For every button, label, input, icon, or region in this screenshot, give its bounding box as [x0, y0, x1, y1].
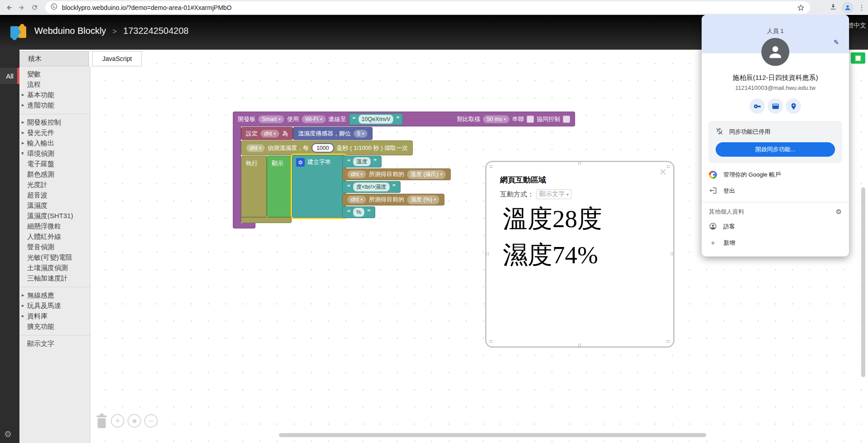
back-icon[interactable]: [3, 1, 15, 14]
board-block-spine[interactable]: [233, 126, 241, 223]
interval-number-block[interactable]: 1000: [311, 143, 334, 153]
sign-out-item[interactable]: 登出: [702, 183, 849, 199]
resize-grip[interactable]: [578, 161, 582, 165]
variable-dropdown[interactable]: dht: [260, 130, 279, 138]
tab-blocks[interactable]: 積木: [19, 51, 89, 66]
payments-card-icon[interactable]: [768, 98, 783, 114]
resize-grip[interactable]: [578, 343, 582, 347]
bookmark-star-icon[interactable]: [797, 4, 805, 13]
dht-sensor-block[interactable]: 溫濕度傳感器，腳位 5: [293, 127, 373, 140]
serial-checkbox[interactable]: [527, 116, 534, 123]
horizontal-scrollbar[interactable]: [279, 433, 706, 437]
forward-icon[interactable]: [15, 1, 28, 14]
category-flow[interactable]: 流程: [19, 79, 90, 90]
toolbox-tab-all[interactable]: All: [0, 68, 19, 84]
tab-javascript[interactable]: JavaScript: [92, 51, 142, 66]
category-photoresistor[interactable]: 光敏(可變)電阻: [19, 252, 90, 263]
guest-profile-item[interactable]: 訪客: [702, 219, 849, 235]
edit-pencil-icon[interactable]: ✎: [833, 38, 839, 47]
string-field[interactable]: 度<br/>濕度: [353, 182, 390, 191]
category-basic[interactable]: 基本功能: [19, 90, 90, 100]
board-block-bottom[interactable]: [233, 223, 255, 228]
category-database[interactable]: 資料庫: [19, 311, 90, 322]
category-ultrasonic[interactable]: 超音波: [19, 190, 90, 201]
connection-dropdown[interactable]: Wi-Fi: [302, 115, 326, 123]
string-field[interactable]: %: [353, 208, 364, 217]
measure-type-dropdown[interactable]: 溫度 (攝氏): [407, 170, 446, 179]
vertical-scrollbar[interactable]: [861, 187, 865, 377]
mutator-gear-icon[interactable]: ⚙: [296, 158, 305, 167]
measure-type-dropdown[interactable]: 濕度 (%): [407, 195, 439, 205]
category-extensions[interactable]: 擴充功能: [19, 322, 90, 332]
category-sht31[interactable]: 溫濕度(SHT31): [19, 211, 90, 221]
interaction-mode-select[interactable]: 顯示文字: [537, 189, 571, 199]
device-id-field[interactable]: 10QeXmvV: [359, 115, 394, 124]
dht-dropdown[interactable]: dht: [246, 144, 265, 152]
url-text[interactable]: blocklypro.webduino.io/?demo=demo-area-0…: [62, 4, 231, 11]
string-block-percent[interactable]: “ % ”: [342, 206, 375, 218]
board-block[interactable]: 開發板 Smart 使用 Wi-Fi 連線至 “ 10QeXmvV ” 類比取樣…: [233, 112, 575, 126]
dht-detect-block[interactable]: dht 偵測溫濕度，每 1000 毫秒 ( 1/1000 秒 ) 擷取一次: [241, 140, 413, 155]
create-string-block[interactable]: ⚙ 建立字串: [292, 155, 345, 218]
category-wireless[interactable]: 無線感應: [19, 290, 90, 301]
string-block-temp-label[interactable]: “ 溫度 ”: [342, 156, 382, 168]
reload-icon[interactable]: [28, 1, 41, 14]
resize-grip[interactable]: [489, 165, 493, 169]
category-color-sensor[interactable]: 顏色感測: [19, 169, 90, 180]
category-pm25[interactable]: 細懸浮微粒: [19, 221, 90, 232]
category-accelerometer[interactable]: 三軸加速度計: [19, 273, 90, 284]
download-icon[interactable]: [829, 3, 837, 13]
trash-icon[interactable]: [96, 414, 108, 430]
enable-sync-button[interactable]: 開啟同步功能...: [716, 142, 835, 157]
browser-menu-icon[interactable]: ⋮: [858, 4, 865, 11]
close-icon[interactable]: ✕: [659, 167, 667, 177]
browser-profile-avatar[interactable]: [842, 2, 854, 14]
resize-grip[interactable]: [666, 340, 670, 344]
category-show-text[interactable]: 顯示文字: [19, 339, 90, 349]
document-title[interactable]: 1732242504208: [123, 26, 189, 36]
passwords-key-icon[interactable]: [750, 98, 765, 114]
sample-rate-dropdown[interactable]: 50 ms: [483, 115, 509, 123]
dht-dropdown[interactable]: dht: [347, 170, 366, 178]
category-io[interactable]: 輸入輸出: [19, 138, 90, 149]
category-advanced[interactable]: 進階功能: [19, 100, 90, 111]
category-environment[interactable]: 環境偵測: [19, 149, 90, 159]
settings-gear-icon[interactable]: ⚙: [4, 429, 12, 439]
zoom-reset-button[interactable]: [127, 414, 141, 428]
string-field[interactable]: 溫度: [353, 157, 371, 166]
set-variable-block[interactable]: 設定 dht 為: [241, 127, 293, 140]
category-board-control[interactable]: 開發板控制: [19, 117, 90, 128]
category-variables[interactable]: 變數: [19, 69, 90, 79]
profiles-settings-gear-icon[interactable]: ⚙: [836, 208, 842, 216]
resize-grip[interactable]: [486, 252, 490, 256]
zoom-out-button[interactable]: −: [144, 414, 158, 428]
co-control-checkbox[interactable]: [563, 116, 570, 123]
device-id-string-block[interactable]: “ 10QeXmvV ”: [349, 113, 403, 125]
string-block-degree-humidity[interactable]: “ 度<br/>濕度 ”: [342, 181, 401, 193]
add-profile-item[interactable]: ＋ 新增: [702, 235, 849, 251]
dht-value-block-humidity[interactable]: dht 所測得目前的 濕度 (%): [342, 194, 444, 205]
url-bar[interactable]: blocklypro.webduino.io/?demo=demo-area-0…: [45, 1, 810, 14]
site-info-icon[interactable]: [51, 3, 57, 12]
category-toys-motors[interactable]: 玩具及馬達: [19, 301, 90, 311]
category-soil[interactable]: 土壤濕度偵測: [19, 263, 90, 273]
show-block[interactable]: 顯示: [267, 156, 295, 217]
category-sound[interactable]: 聲音偵測: [19, 242, 90, 252]
resize-grip[interactable]: [670, 252, 674, 256]
category-temp-humidity[interactable]: 溫濕度: [19, 201, 90, 211]
execute-block-bottom[interactable]: [241, 217, 292, 223]
category-light[interactable]: 發光元件: [19, 128, 90, 138]
resize-grip[interactable]: [489, 340, 493, 344]
dht-value-block-temperature[interactable]: dht 所測得目前的 溫度 (攝氏): [342, 168, 451, 180]
stop-run-button[interactable]: [851, 52, 865, 64]
pin-dropdown[interactable]: 5: [354, 130, 368, 138]
addresses-pin-icon[interactable]: [786, 98, 801, 114]
category-compass[interactable]: 電子羅盤: [19, 159, 90, 169]
dht-dropdown[interactable]: dht: [347, 196, 366, 204]
board-type-dropdown[interactable]: Smart: [258, 115, 284, 123]
manage-google-account-item[interactable]: 管理你的 Google 帳戶: [702, 167, 849, 183]
category-photometer[interactable]: 光度計: [19, 180, 90, 190]
resize-grip[interactable]: [666, 165, 670, 169]
zoom-in-button[interactable]: +: [111, 414, 124, 428]
execute-block[interactable]: 執行: [241, 156, 267, 217]
